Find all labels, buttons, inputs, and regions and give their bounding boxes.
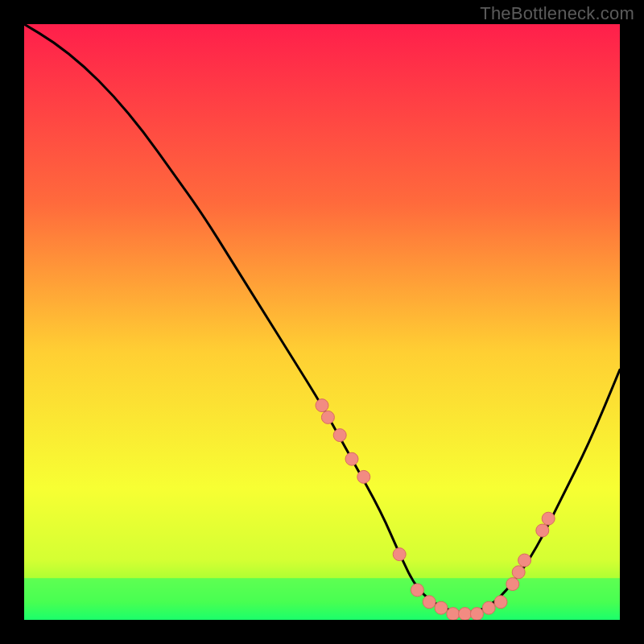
data-point — [357, 470, 370, 483]
data-point — [512, 566, 525, 579]
green-band — [24, 578, 620, 620]
data-point — [316, 399, 328, 412]
data-point — [435, 601, 448, 614]
data-point — [321, 411, 334, 423]
watermark-text: TheBottleneck.com — [480, 3, 634, 24]
data-point — [333, 429, 346, 442]
data-point — [470, 608, 483, 620]
data-point — [482, 601, 495, 614]
data-point — [393, 548, 406, 561]
data-point — [542, 512, 555, 525]
data-point — [506, 578, 519, 591]
chart-frame: TheBottleneck.com — [0, 0, 644, 644]
data-point — [459, 608, 472, 620]
data-point — [447, 608, 460, 620]
data-point — [411, 584, 423, 597]
chart-plot-area — [24, 24, 620, 620]
gradient-background — [24, 24, 620, 620]
data-point — [345, 452, 358, 465]
data-point — [494, 596, 507, 609]
data-point — [423, 596, 436, 609]
data-point — [536, 524, 549, 537]
data-point — [518, 554, 531, 567]
chart-svg — [24, 24, 620, 620]
